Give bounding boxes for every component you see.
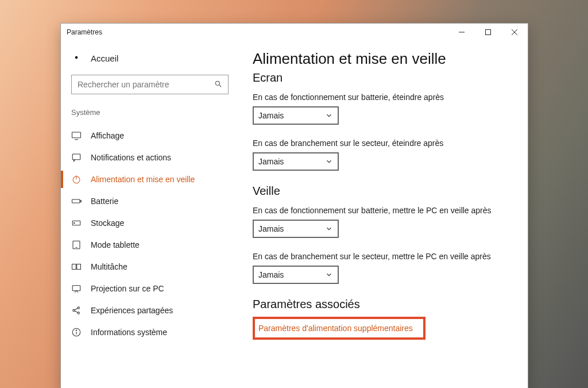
sidebar-item-label: Affichage bbox=[91, 131, 124, 140]
sidebar-item-projection[interactable]: Projection sur ce PC bbox=[61, 278, 239, 299]
sidebar-item-power[interactable]: Alimentation et mise en veille bbox=[61, 168, 239, 190]
sleep-heading: Veille bbox=[253, 185, 510, 198]
main-panel: Alimentation et mise en veille Ecran En … bbox=[239, 41, 528, 388]
sidebar-item-notifications[interactable]: Notifications et actions bbox=[61, 147, 239, 168]
svg-point-23 bbox=[78, 312, 79, 314]
gear-icon bbox=[71, 52, 82, 64]
sidebar-item-about[interactable]: Informations système bbox=[61, 321, 239, 343]
minimize-button[interactable] bbox=[448, 24, 475, 41]
close-button[interactable] bbox=[501, 24, 528, 41]
content: Accueil Système Affichage Notifications … bbox=[61, 41, 528, 388]
message-icon bbox=[71, 152, 82, 163]
additional-power-settings-link[interactable]: Paramètres d'alimentation supplémentaire… bbox=[253, 317, 425, 340]
screen-ac-label: En cas de branchement sur le secteur, ét… bbox=[253, 139, 510, 148]
search-field[interactable] bbox=[78, 80, 214, 89]
sidebar-item-battery[interactable]: Batterie bbox=[61, 190, 239, 212]
multitask-icon bbox=[71, 262, 82, 272]
storage-icon bbox=[71, 218, 82, 228]
home-link[interactable]: Accueil bbox=[61, 52, 239, 75]
battery-icon bbox=[71, 196, 82, 206]
titlebar: Paramètres bbox=[61, 24, 528, 41]
svg-rect-13 bbox=[80, 201, 82, 202]
sleep-battery-dropdown[interactable]: Jamais bbox=[253, 220, 339, 238]
power-icon bbox=[71, 174, 82, 185]
sidebar-item-storage[interactable]: Stockage bbox=[61, 212, 239, 234]
sidebar: Accueil Système Affichage Notifications … bbox=[61, 41, 239, 388]
svg-rect-20 bbox=[72, 286, 80, 291]
sidebar-item-shared[interactable]: Expériences partagées bbox=[61, 299, 239, 321]
screen-battery-label: En cas de fonctionnement sur batterie, é… bbox=[253, 93, 510, 102]
tablet-icon bbox=[71, 240, 82, 250]
svg-rect-18 bbox=[72, 264, 76, 270]
sidebar-item-label: Stockage bbox=[91, 218, 124, 228]
section-label: Système bbox=[61, 108, 239, 125]
svg-point-15 bbox=[74, 222, 75, 224]
dropdown-value: Jamais bbox=[258, 270, 284, 279]
svg-line-6 bbox=[219, 84, 222, 87]
sleep-ac-label: En cas de branchement sur le secteur, me… bbox=[253, 252, 510, 261]
sidebar-item-label: Alimentation et mise en veille bbox=[91, 175, 195, 184]
svg-point-21 bbox=[73, 309, 75, 311]
svg-point-4 bbox=[75, 56, 78, 59]
screen-ac-dropdown[interactable]: Jamais bbox=[253, 152, 339, 171]
maximize-button[interactable] bbox=[475, 24, 501, 41]
sleep-ac-dropdown[interactable]: Jamais bbox=[253, 266, 339, 284]
svg-point-28 bbox=[76, 330, 76, 331]
svg-line-25 bbox=[75, 311, 78, 313]
settings-window: Paramètres Accueil Système Affichage bbox=[60, 23, 528, 388]
svg-point-22 bbox=[78, 307, 79, 309]
sidebar-item-label: Mode tablette bbox=[91, 240, 140, 249]
svg-line-24 bbox=[75, 308, 78, 310]
svg-rect-19 bbox=[77, 264, 81, 270]
projection-icon bbox=[71, 283, 82, 294]
sidebar-item-label: Informations système bbox=[91, 328, 167, 337]
dropdown-value: Jamais bbox=[258, 111, 284, 120]
screen-heading: Ecran bbox=[253, 71, 510, 84]
sidebar-item-display[interactable]: Affichage bbox=[61, 125, 239, 147]
window-title: Paramètres bbox=[67, 28, 448, 36]
svg-rect-7 bbox=[72, 132, 81, 138]
page-title: Alimentation et mise en veille bbox=[253, 50, 510, 68]
monitor-icon bbox=[71, 130, 82, 141]
sidebar-item-label: Projection sur ce PC bbox=[91, 284, 164, 293]
chevron-down-icon bbox=[325, 271, 333, 279]
svg-point-5 bbox=[215, 81, 219, 85]
dropdown-value: Jamais bbox=[258, 157, 284, 166]
info-icon bbox=[71, 327, 82, 337]
sidebar-item-label: Notifications et actions bbox=[91, 153, 171, 162]
chevron-down-icon bbox=[325, 225, 333, 233]
svg-rect-9 bbox=[72, 154, 80, 160]
screen-battery-dropdown[interactable]: Jamais bbox=[253, 106, 339, 125]
sidebar-item-tablet[interactable]: Mode tablette bbox=[61, 234, 239, 256]
sidebar-item-label: Multitâche bbox=[91, 262, 127, 271]
svg-rect-12 bbox=[72, 199, 80, 203]
home-label: Accueil bbox=[91, 53, 118, 63]
sleep-battery-label: En cas de fonctionnement sur batterie, m… bbox=[253, 206, 510, 215]
svg-rect-1 bbox=[486, 30, 491, 35]
search-input[interactable] bbox=[71, 75, 229, 94]
sidebar-item-label: Expériences partagées bbox=[91, 306, 173, 315]
search-icon bbox=[214, 80, 222, 90]
share-icon bbox=[71, 305, 82, 316]
sidebar-item-multitask[interactable]: Multitâche bbox=[61, 256, 239, 278]
dropdown-value: Jamais bbox=[258, 224, 284, 233]
related-heading: Paramètres associés bbox=[253, 298, 510, 311]
chevron-down-icon bbox=[325, 112, 333, 120]
sidebar-item-label: Batterie bbox=[91, 197, 118, 206]
chevron-down-icon bbox=[325, 157, 333, 166]
